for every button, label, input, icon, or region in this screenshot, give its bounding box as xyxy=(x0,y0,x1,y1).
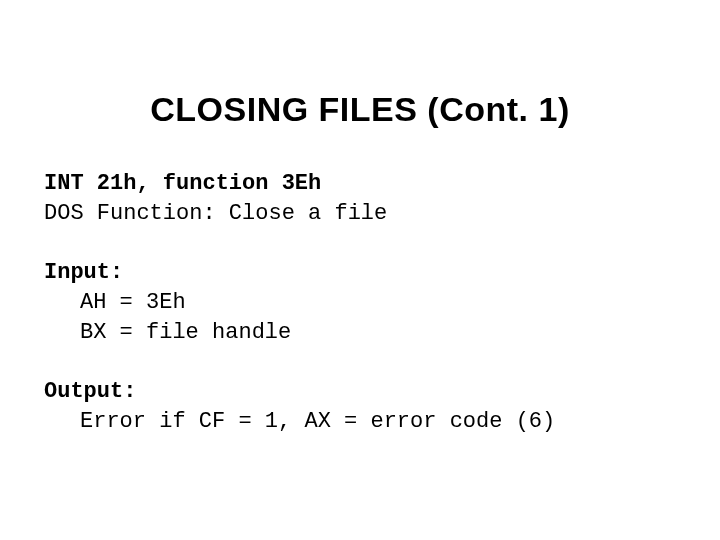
intro-line-2: DOS Function: Close a file xyxy=(44,199,680,229)
input-line-1: AH = 3Eh xyxy=(44,288,680,318)
slide-title: CLOSING FILES (Cont. 1) xyxy=(40,90,680,129)
intro-line-1: INT 21h, function 3Eh xyxy=(44,169,680,199)
intro-block: INT 21h, function 3Eh DOS Function: Clos… xyxy=(44,169,680,228)
output-line-1: Error if CF = 1, AX = error code (6) xyxy=(44,407,680,437)
input-label: Input: xyxy=(44,258,680,288)
output-label: Output: xyxy=(44,377,680,407)
output-block: Output: Error if CF = 1, AX = error code… xyxy=(44,377,680,436)
slide-body: INT 21h, function 3Eh DOS Function: Clos… xyxy=(40,169,680,437)
input-block: Input: AH = 3Eh BX = file handle xyxy=(44,258,680,347)
slide: CLOSING FILES (Cont. 1) INT 21h, functio… xyxy=(0,0,720,540)
input-line-2: BX = file handle xyxy=(44,318,680,348)
